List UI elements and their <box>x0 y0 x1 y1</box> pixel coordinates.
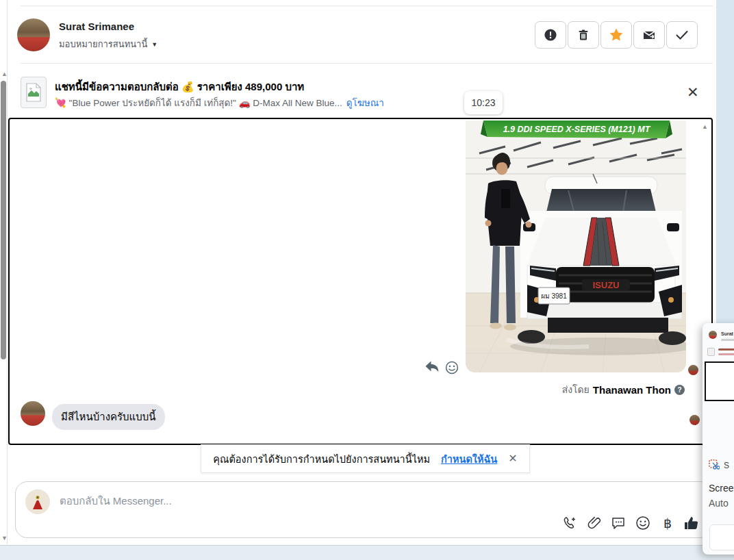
notification-title: Scree <box>709 483 734 494</box>
follow-up-button[interactable] <box>600 21 632 49</box>
assign-question: คุณต้องการได้รับการกำหนดไปยังการสนทนานี้… <box>213 451 430 467</box>
call-button[interactable] <box>561 514 579 532</box>
left-scrollbar-thumb[interactable] <box>1 81 6 359</box>
mini-preview-name: Surat S <box>721 331 734 336</box>
grille-logo-text: ISUZU <box>593 280 620 290</box>
mini-selection-box <box>705 361 734 401</box>
notification-app-name: S <box>724 461 729 470</box>
chevron-down-icon: ▼ <box>151 41 157 48</box>
notification-action-button[interactable] <box>709 524 734 550</box>
like-button[interactable] <box>683 514 700 532</box>
react-emoji-icon[interactable] <box>445 361 459 377</box>
ad-thumbnail[interactable] <box>21 77 47 108</box>
assign-to-me-link[interactable]: กำหนดให้ฉัน <box>441 451 497 467</box>
header-top-divider <box>21 5 713 6</box>
sent-by-line: ส่งโดย Thanawan Thon ? <box>562 382 685 397</box>
star-icon <box>608 27 624 43</box>
content-left-border <box>7 0 8 544</box>
payment-button[interactable]: ฿ <box>659 514 676 532</box>
photo-banner-text: 1.9 DDI SPEED X-SERIES (M121) MT <box>503 125 651 134</box>
sent-by-label: ส่งโดย <box>562 382 590 397</box>
assign-toast: คุณต้องการได้รับการกำหนดไปยังการสนทนานี้… <box>201 444 530 473</box>
avatar[interactable] <box>17 18 50 51</box>
broken-image-icon <box>25 83 42 102</box>
header-divider <box>21 63 713 64</box>
seen-avatar <box>688 365 698 375</box>
message-bubble[interactable]: มีสีไหนบ้างครับแบบนี้ <box>52 404 165 430</box>
mini-banner-bar-2 <box>718 353 734 355</box>
reply-composer[interactable]: ตอบกลับใน Messenger... ฿ <box>15 481 712 538</box>
messenger-inbox-screen: ▲ ▼ Surat Srimanee มอบหมายการสนทนานี้ ▼ <box>0 0 734 560</box>
chat-scroll-up-icon[interactable]: ▲ <box>702 123 708 130</box>
mail-move-icon <box>642 27 657 42</box>
sender-name: Thanawan Thon <box>593 384 671 396</box>
trash-icon <box>577 28 590 42</box>
conversation-region: ▲ <box>8 118 713 445</box>
mini-thumbnail <box>707 348 715 356</box>
page-avatar <box>25 489 50 514</box>
mini-text-bar <box>721 339 734 341</box>
mini-banner-bar <box>718 348 734 351</box>
help-icon[interactable]: ? <box>674 385 685 395</box>
timestamp-pill: 10:23 <box>464 91 503 114</box>
license-plate-text: ผม 3981 <box>541 292 567 300</box>
delete-button[interactable] <box>568 21 599 49</box>
report-button[interactable] <box>535 21 566 49</box>
reply-icon[interactable] <box>425 360 440 377</box>
screenshot-notification-card[interactable]: Surat S S Scree Auto <box>703 323 734 555</box>
ad-banner-description: 💘 "Blue Power ประหยัดก็ได้ แรงก็มี เท่ก็… <box>55 95 384 110</box>
check-icon <box>674 27 690 43</box>
ad-banner-title: แชทนี้มีข้อความตอบกลับต่อ 💰 ราคาเพียง 48… <box>55 79 304 95</box>
mini-avatar <box>709 331 717 339</box>
attach-button[interactable] <box>585 514 603 532</box>
mark-done-button[interactable] <box>666 21 698 49</box>
toast-close-icon[interactable]: ✕ <box>508 453 517 465</box>
license-plate: ผม 3981 <box>538 288 570 304</box>
snipping-tool-icon <box>709 459 720 470</box>
saved-replies-button[interactable] <box>609 514 627 532</box>
notification-subtitle: Auto <box>709 498 729 509</box>
move-folder-button[interactable] <box>633 21 665 49</box>
assign-conversation-label: มอบหมายการสนทนานี้ <box>59 37 147 51</box>
window-bottom-band <box>0 545 734 560</box>
conversation-title: Surat Srimanee <box>59 21 134 32</box>
seen-avatar-2 <box>689 415 700 425</box>
banner-close-icon[interactable]: ✕ <box>687 86 699 99</box>
emoji-button[interactable] <box>634 514 652 532</box>
shared-photo[interactable]: 1.9 DDI SPEED X-SERIES (M121) MT <box>466 120 686 372</box>
assign-conversation-dropdown[interactable]: มอบหมายการสนทนานี้ ▼ <box>59 37 157 51</box>
view-ad-link[interactable]: ดูโฆษณา <box>346 98 384 108</box>
composer-placeholder[interactable]: ตอบกลับใน Messenger... <box>60 493 172 509</box>
car-photo-illustration: 1.9 DDI SPEED X-SERIES (M121) MT <box>466 120 686 372</box>
report-icon <box>543 27 558 42</box>
message-avatar <box>21 401 45 426</box>
ad-description-text: 💘 "Blue Power ประหยัดก็ได้ แรงก็มี เท่ก็… <box>55 98 342 108</box>
